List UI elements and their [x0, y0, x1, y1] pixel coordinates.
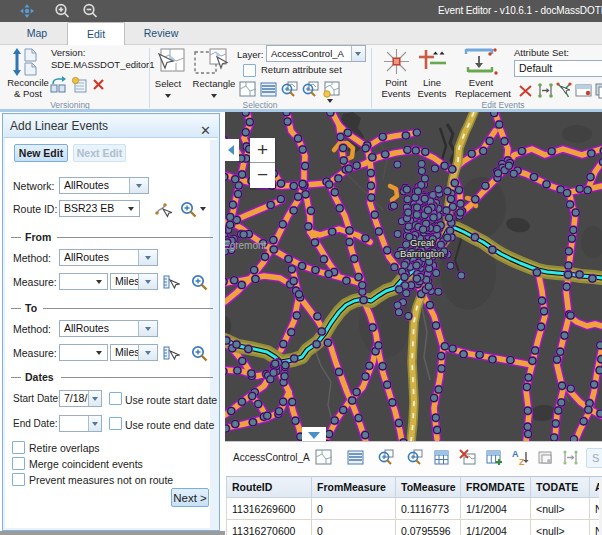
svg-text:Barrington: Barrington — [400, 248, 444, 259]
svg-text:A: A — [512, 449, 519, 459]
svg-text:Great: Great — [410, 237, 434, 248]
svg-text:Z: Z — [519, 457, 525, 466]
svg-text:Egremont: Egremont — [225, 240, 267, 251]
